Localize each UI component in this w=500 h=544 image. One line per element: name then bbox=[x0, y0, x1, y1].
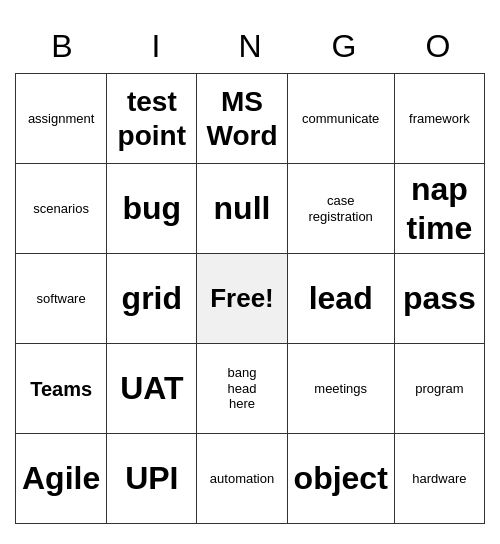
grid-cell-2-0: software bbox=[16, 254, 107, 344]
header-letter: B bbox=[15, 20, 109, 73]
cell-text: hardware bbox=[412, 471, 466, 487]
cell-text: Teams bbox=[30, 377, 92, 401]
cell-text: bug bbox=[123, 189, 182, 227]
grid-cell-2-1: grid bbox=[107, 254, 197, 344]
grid-cell-0-0: assignment bbox=[16, 74, 107, 164]
cell-text: meetings bbox=[314, 381, 367, 397]
grid-cell-2-2: Free! bbox=[197, 254, 287, 344]
cell-text: lead bbox=[309, 279, 373, 317]
grid-cell-3-3: meetings bbox=[288, 344, 395, 434]
grid-cell-1-0: scenarios bbox=[16, 164, 107, 254]
grid-cell-4-2: automation bbox=[197, 434, 287, 524]
grid-cell-0-4: framework bbox=[395, 74, 485, 164]
cell-text: communicate bbox=[302, 111, 379, 127]
grid-cell-1-2: null bbox=[197, 164, 287, 254]
cell-text: Agile bbox=[22, 459, 100, 497]
cell-text: nap time bbox=[407, 170, 473, 247]
cell-text: bang head here bbox=[228, 365, 257, 412]
cell-text: automation bbox=[210, 471, 274, 487]
header-letter: O bbox=[391, 20, 485, 73]
cell-text: UPI bbox=[125, 459, 178, 497]
grid-cell-4-0: Agile bbox=[16, 434, 107, 524]
cell-text: MS Word bbox=[206, 85, 277, 152]
grid-cell-0-1: test point bbox=[107, 74, 197, 164]
bingo-header: BINGO bbox=[15, 20, 485, 73]
grid-cell-1-3: case registration bbox=[288, 164, 395, 254]
cell-text: scenarios bbox=[33, 201, 89, 217]
cell-text: grid bbox=[122, 279, 182, 317]
cell-text: framework bbox=[409, 111, 470, 127]
grid-cell-4-4: hardware bbox=[395, 434, 485, 524]
grid-cell-4-3: object bbox=[288, 434, 395, 524]
cell-text: case registration bbox=[309, 193, 373, 224]
grid-cell-3-2: bang head here bbox=[197, 344, 287, 434]
cell-text: null bbox=[214, 189, 271, 227]
cell-text: assignment bbox=[28, 111, 94, 127]
header-letter: G bbox=[297, 20, 391, 73]
bingo-card: BINGO assignmenttest pointMS Wordcommuni… bbox=[15, 20, 485, 524]
grid-cell-2-3: lead bbox=[288, 254, 395, 344]
cell-text: pass bbox=[403, 279, 476, 317]
grid-cell-3-1: UAT bbox=[107, 344, 197, 434]
cell-text: program bbox=[415, 381, 463, 397]
header-letter: I bbox=[109, 20, 203, 73]
grid-cell-2-4: pass bbox=[395, 254, 485, 344]
grid-cell-0-3: communicate bbox=[288, 74, 395, 164]
grid-cell-4-1: UPI bbox=[107, 434, 197, 524]
header-letter: N bbox=[203, 20, 297, 73]
cell-text: Free! bbox=[210, 283, 274, 314]
grid-cell-0-2: MS Word bbox=[197, 74, 287, 164]
cell-text: test point bbox=[118, 85, 186, 152]
bingo-grid: assignmenttest pointMS Wordcommunicatefr… bbox=[15, 73, 485, 524]
grid-cell-3-4: program bbox=[395, 344, 485, 434]
grid-cell-1-4: nap time bbox=[395, 164, 485, 254]
grid-cell-1-1: bug bbox=[107, 164, 197, 254]
grid-cell-3-0: Teams bbox=[16, 344, 107, 434]
cell-text: object bbox=[294, 459, 388, 497]
cell-text: software bbox=[37, 291, 86, 307]
cell-text: UAT bbox=[120, 369, 183, 407]
